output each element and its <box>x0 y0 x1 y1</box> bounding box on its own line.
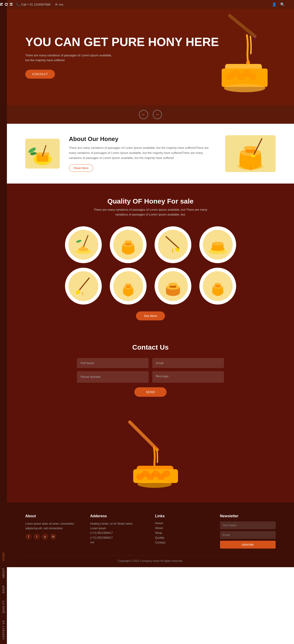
footer-link-contact[interactable]: Contact <box>155 541 211 544</box>
footer-newsletter-col: Newsletter subscribe <box>220 514 276 548</box>
phone-input[interactable] <box>77 371 148 383</box>
phone-text: Call + 01 1234567890 <box>21 3 50 6</box>
footer-link-home[interactable]: Home <box>155 522 211 525</box>
honey-feature-visual <box>118 420 183 489</box>
footer-links-title: Links <box>155 514 211 518</box>
send-button[interactable]: SEND <box>134 387 166 397</box>
side-menu: HOME ABOUT SHOP QUALITY CONTACT US <box>2 552 5 567</box>
quality-bg-pattern <box>7 184 294 334</box>
svg-line-0 <box>230 16 255 36</box>
topbar: 📞 Call + 01 1234567890 ✉ xxx 👤 🔍 <box>7 0 294 9</box>
slider-controls: ← → <box>7 105 294 124</box>
footer-address-title: Adderess <box>90 514 146 518</box>
about-honey-image-left <box>27 141 57 166</box>
about-honey-jar <box>227 136 273 171</box>
hero-section: YOU CAN GET PURE HONY HERE There are man… <box>7 9 294 105</box>
hero-title: YOU CAN GET PURE HONY HERE <box>25 36 285 48</box>
newsletter-name-input[interactable] <box>220 522 276 529</box>
footer-links-col: Links Home About Shop Quality Contact <box>155 514 211 548</box>
mail-icon: ✉ <box>55 3 58 6</box>
hero-content: YOU CAN GET PURE HONY HERE There are man… <box>25 36 285 79</box>
footer-address-col: Adderess Healing Center, oo W Street nam… <box>90 514 146 548</box>
footer-social: f t y in <box>25 533 81 540</box>
twitter-icon[interactable]: t <box>33 533 40 540</box>
sidebar-item-home[interactable]: HOME <box>2 552 5 561</box>
footer-link-shop[interactable]: Shop <box>155 531 211 534</box>
email-text: xxx <box>59 3 64 6</box>
email-info: ✉ xxx <box>55 3 64 6</box>
about-left-image <box>25 139 60 168</box>
subscribe-button[interactable]: subscribe <box>220 541 276 548</box>
topbar-right: 👤 🔍 <box>272 2 285 7</box>
contact-title: Contact Us <box>25 344 276 351</box>
email-input[interactable] <box>152 358 224 368</box>
footer-address-line-2: Loram ipsum <box>90 526 146 530</box>
logo: HONY <box>0 0 13 9</box>
contact-form: SEND <box>77 358 224 397</box>
footer-phone-1: (+71) 8522369417 <box>90 530 146 535</box>
svg-point-16 <box>251 154 255 157</box>
footer-link-quality[interactable]: Quality <box>155 536 211 539</box>
svg-point-4 <box>224 84 265 92</box>
footer-address-line-1: Healing Center, oo W Street name, <box>90 522 146 526</box>
about-text: About Our Honey There are many variation… <box>69 136 216 172</box>
about-right-image <box>225 135 276 172</box>
svg-line-40 <box>130 422 157 450</box>
footer-phone-2: (+71) 8522369417 <box>90 536 146 540</box>
search-icon[interactable]: 🔍 <box>280 2 285 7</box>
prev-arrow[interactable]: ← <box>139 110 148 119</box>
footer-link-about[interactable]: About <box>155 526 211 530</box>
footer-about-title: About <box>25 514 81 518</box>
form-row-2 <box>77 371 224 383</box>
message-input[interactable] <box>152 371 224 383</box>
hero-subtitle: There are many variations of passages of… <box>25 53 113 63</box>
svg-point-14 <box>244 146 257 150</box>
instagram-icon[interactable]: in <box>50 533 56 540</box>
fullname-input[interactable] <box>77 358 148 368</box>
svg-point-44 <box>137 480 172 488</box>
youtube-icon[interactable]: y <box>42 533 48 540</box>
about-section: About Our Honey There are many variation… <box>7 124 294 184</box>
newsletter-email-input[interactable] <box>220 531 276 539</box>
form-row-1 <box>77 358 224 368</box>
read-more-button[interactable]: Read More <box>69 164 93 172</box>
next-arrow[interactable]: → <box>153 110 162 119</box>
topbar-left: 📞 Call + 01 1234567890 ✉ xxx <box>16 3 272 6</box>
user-icon[interactable]: 👤 <box>272 2 277 7</box>
footer-address-xxx: xxx <box>90 540 146 545</box>
facebook-icon[interactable]: f <box>25 533 32 540</box>
footer-copyright: Copyright © 2021 Company name All rights… <box>25 556 276 562</box>
footer-about-text: Lorem ipsum dolor sit amet, consectetur … <box>25 522 81 531</box>
footer-grid: About Lorem ipsum dolor sit amet, consec… <box>25 514 276 548</box>
honey-feature-section <box>7 410 294 502</box>
footer-newsletter-title: Newsletter <box>220 514 276 518</box>
quality-section: Quality OF Honey For sale There are many… <box>7 184 294 334</box>
footer: About Lorem ipsum dolor sit amet, consec… <box>7 502 294 567</box>
footer-about-col: About Lorem ipsum dolor sit amet, consec… <box>25 514 81 548</box>
about-description: There are many variations of passages of… <box>69 145 216 160</box>
contact-button[interactable]: CONTACT <box>25 70 55 79</box>
side-navigation: HONY HOME ABOUT SHOP QUALITY CONTACT US <box>0 0 7 567</box>
phone-info: 📞 Call + 01 1234567890 <box>16 3 50 6</box>
about-title: About Our Honey <box>69 136 216 142</box>
contact-section: Contact Us SEND <box>7 334 294 410</box>
honey-feature-svg <box>118 420 183 489</box>
phone-icon: 📞 <box>16 3 20 6</box>
